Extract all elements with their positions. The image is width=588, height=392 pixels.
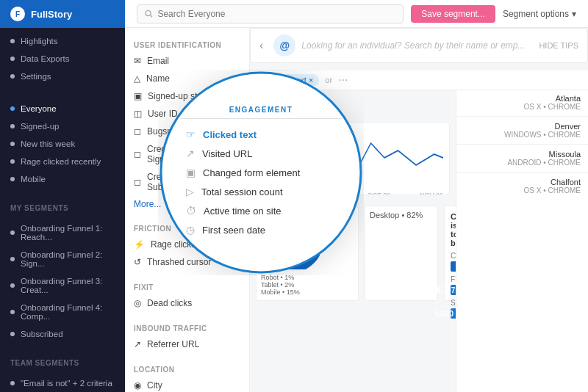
team-segments-list: "Email is not" + 2 criteria + Add Filter… [0, 370, 125, 392]
bar-label: CHROME [451, 252, 456, 260]
location-item-denver: Denver WINDOWS • CHROME [456, 118, 588, 142]
sidebar: F FullStory Highlights Data Exports Sett… [0, 0, 125, 392]
segment-options[interactable]: Segment options ▾ [503, 9, 576, 19]
dropdown-item-first-seen[interactable]: ◷ First seen date [180, 220, 342, 239]
nav-dot [10, 381, 15, 385]
divider [456, 116, 588, 117]
back-button[interactable]: ‹ [259, 39, 268, 52]
nav-dot [10, 142, 15, 146]
form-icon: ▣ [186, 167, 196, 178]
sidebar-label: Onboarding Funnel 1: Reach... [21, 224, 115, 242]
sidebar-label: New this week [21, 139, 75, 148]
panel-label: Referrer URL [147, 339, 199, 349]
right-panel: Atlanta OS X • CHROME Denver WINDOWS • C… [456, 90, 588, 392]
city-name: Atlanta [464, 94, 581, 103]
search-box[interactable] [137, 4, 404, 23]
sidebar-label: Data Exports [21, 54, 69, 63]
sidebar-logo: F FullStory [0, 0, 125, 28]
sidebar-item-funnel4[interactable]: Onboarding Funnel 4: Comp... [0, 299, 125, 325]
sidebar-label: "Email is not" + 2 criteria [21, 379, 112, 388]
sidebar-item-newthisweek[interactable]: New this week [0, 135, 125, 153]
id-icon: ◫ [134, 109, 142, 119]
nav-dot [10, 332, 15, 336]
dropdown-label: Active time on site [204, 206, 282, 217]
bar-track: 5,020 [451, 308, 456, 319]
x-label: NOV 06 [420, 192, 443, 195]
user-id-header: USER IDENTIFICATION [125, 35, 249, 52]
sidebar-item-subscribed[interactable]: Subscribed [0, 325, 125, 343]
my-segments-header: MY SEGMENTS [0, 198, 125, 215]
desktop-card: Desktop • 82% [365, 206, 438, 301]
sidebar-item-signedup[interactable]: Signed-up [0, 117, 125, 135]
sidebar-item-funnel1[interactable]: Onboarding Funnel 1: Reach... [0, 219, 125, 246]
panel-item-city[interactable]: ◉ City [125, 377, 249, 392]
topbar: Save segment... Segment options ▾ [125, 0, 588, 28]
sidebar-label: Mobile [21, 175, 46, 184]
panel-item-referrer[interactable]: ↗ Referrer URL [125, 335, 249, 353]
browser-title: Chrome is the top browser [451, 212, 456, 247]
city-name: Denver [464, 122, 581, 131]
browser-bar-chrome: CHROME 27,897 [451, 252, 456, 272]
sidebar-item-highlights[interactable]: Highlights [0, 32, 125, 50]
location-item-missoula: Missoula ANDROID • CHROME [456, 146, 588, 170]
sidebar-label: Onboarding Funnel 3: Creat... [21, 277, 115, 294]
hide-tips[interactable]: HIDE TIPS [539, 41, 578, 50]
sidebar-item-team1[interactable]: "Email is not" + 2 criteria [0, 374, 125, 392]
calendar2-icon: ◷ [186, 224, 195, 236]
sidebar-label: Settings [21, 72, 51, 81]
arrow-right-icon: ↗ [186, 148, 195, 159]
dropdown-item-changed-form[interactable]: ▣ Changed form element [180, 163, 342, 182]
bar-fill: 27,897 [451, 261, 456, 272]
nav-dot [10, 74, 15, 79]
card-icon: ◻ [134, 149, 141, 159]
dropdown-content: ENGAGEMENT ☞ Clicked text ↗ Visited URL … [158, 70, 364, 275]
bar-value: 6,397 [437, 286, 455, 294]
city-name: Chalfont [464, 178, 581, 186]
dropdown-item-visited-url[interactable]: ↗ Visited URL [180, 144, 342, 163]
save-segment-button[interactable]: Save segment... [411, 5, 495, 23]
person-icon: △ [134, 73, 140, 84]
rage-icon: ⚡ [134, 239, 145, 250]
bar-label: SAFARI [451, 299, 456, 307]
sidebar-label: Onboarding Funnel 4: Comp... [21, 303, 115, 321]
panel-item-dead[interactable]: ◎ Dead clicks [125, 294, 249, 312]
dead-icon: ◎ [134, 298, 141, 308]
sidebar-item-funnel2[interactable]: Onboarding Funnel 2: Sign... [0, 246, 125, 272]
fixit-header: FIXIT [125, 277, 249, 294]
divider [456, 144, 588, 145]
dropdown-item-clicked-text[interactable]: ☞ Clicked text [180, 125, 342, 144]
nav-dot [10, 310, 15, 314]
divider [456, 172, 588, 173]
nav-dot [10, 106, 15, 111]
divider [134, 356, 240, 357]
sidebar-item-exports[interactable]: Data Exports [0, 50, 125, 68]
search-input[interactable] [157, 9, 395, 19]
envelope-icon: ✉ [134, 56, 141, 66]
engagement-dropdown: ENGAGEMENT ☞ Clicked text ↗ Visited URL … [158, 70, 364, 275]
pie-legend: Robot • 1% Tablet • 2% Mobile • 15% [261, 274, 354, 296]
bar-fill: 6,397 [451, 285, 456, 295]
sidebar-item-settings[interactable]: Settings [0, 68, 125, 85]
my-segments-list: Onboarding Funnel 1: Reach... Onboarding… [0, 215, 125, 347]
counter-icon: ▷ [186, 186, 194, 197]
device-info: OS X • CHROME [464, 103, 581, 111]
pie-legend-item: Tablet • 2% [261, 281, 354, 288]
nav-dot [10, 159, 15, 164]
panel-label: City [147, 380, 162, 391]
dropdown-circle-container: ENGAGEMENT ☞ Clicked text ↗ Visited URL … [158, 70, 364, 275]
panel-item-email[interactable]: ✉ Email [125, 52, 249, 70]
dropdown-item-session-count[interactable]: ▷ Total session count [180, 182, 342, 201]
sidebar-item-funnel3[interactable]: Onboarding Funnel 3: Creat... [0, 272, 125, 299]
sidebar-item-rageclicked[interactable]: Rage clicked recently [0, 153, 125, 170]
sidebar-item-everyone[interactable]: Everyone [0, 100, 125, 117]
nav-dot [10, 177, 15, 181]
bar-track: 27,897 [451, 261, 456, 272]
sidebar-label: Signed-up [21, 122, 59, 131]
x-label: OCT 30 [368, 192, 390, 195]
sidebar-label: Onboarding Funnel 2: Sign... [21, 250, 115, 268]
nav-dot [10, 124, 15, 128]
dropdown-label: Visited URL [202, 148, 252, 159]
dropdown-label: First seen date [202, 225, 265, 236]
sidebar-item-mobile[interactable]: Mobile [0, 170, 125, 188]
dropdown-item-active-time[interactable]: ⏱ Active time on site [180, 201, 342, 220]
